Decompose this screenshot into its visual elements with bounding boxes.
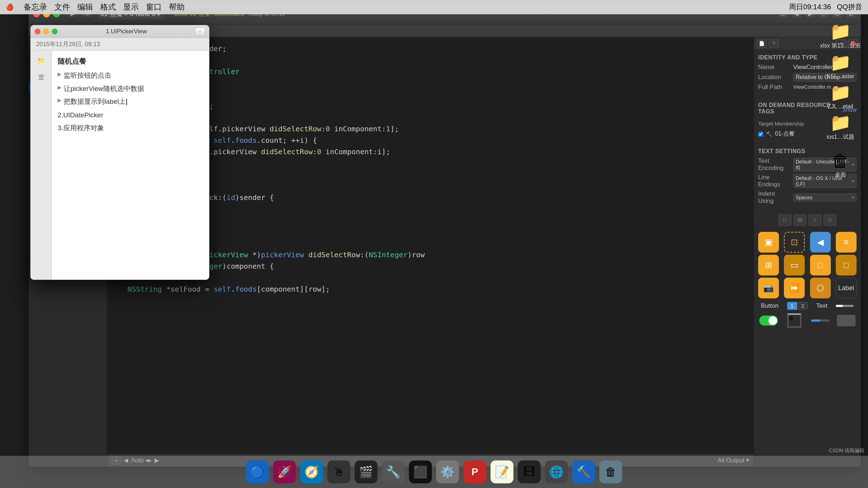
dock-trash[interactable]: 🗑	[598, 459, 623, 484]
inspector-file-btn[interactable]: 📄	[757, 39, 767, 48]
dock-xcode[interactable]: 🔨	[571, 459, 596, 484]
dock-launchpad[interactable]: 🚀	[272, 459, 297, 484]
toggle-thumb	[769, 316, 777, 325]
comp-spinner[interactable]: ⊛	[782, 313, 806, 328]
popup-sidebar-list-btn[interactable]: ☰	[34, 70, 48, 84]
popup-chapter-2[interactable]: 2.UIDatePicker	[58, 111, 204, 119]
comp-row-4: Button 1 2 Text	[757, 301, 858, 311]
popup-subtitle-bar: 2015年11月29日, 09:13	[30, 38, 209, 51]
popup-content: 📁 ☰ 随机点餐 ▶ 监听按钮的点击 ▶ 让pickerView随机选中数据 ▶…	[30, 51, 209, 280]
popup-sidebar-folder-btn[interactable]: 📁	[34, 54, 48, 68]
dock-mouse-icon: 🖱	[327, 460, 350, 483]
popup-item-1: ▶ 监听按钮的点击	[58, 70, 204, 81]
comp-item-2[interactable]: ⊡	[782, 232, 806, 253]
dock-terminal[interactable]: ⬛	[408, 459, 433, 484]
slider-control[interactable]	[836, 305, 854, 307]
comp-toggle[interactable]	[757, 313, 780, 328]
folder-label-xlsx: xlsx 第13…业班	[820, 42, 861, 50]
dock-p[interactable]: P	[462, 459, 487, 484]
dock-tools[interactable]: 🔧	[381, 459, 406, 484]
segment-control[interactable]: 1 2	[787, 302, 808, 310]
menu-item-notes[interactable]: 备忘录	[24, 2, 47, 13]
dock-finder[interactable]: 🔵	[245, 459, 270, 484]
comp-item-4[interactable]: ≡	[834, 232, 858, 253]
dock-browser[interactable]: 🌐	[544, 459, 569, 484]
folder-icon-xlsx: 📁	[830, 21, 851, 42]
slider-track	[836, 305, 854, 307]
library-mode-buttons: □ ⊡ ○ □	[757, 214, 858, 226]
item1-text: 监听按钮的点击	[64, 70, 111, 81]
comp-dark[interactable]	[834, 313, 858, 328]
comp-item-8[interactable]: □	[834, 255, 858, 275]
comp-item-6[interactable]: ▭	[782, 255, 806, 275]
popup-min-btn[interactable]	[43, 29, 49, 34]
indent-label: Indent Using	[758, 190, 790, 205]
indent-arrow: ▾	[852, 195, 854, 200]
comp-icon-3: ◀	[810, 232, 831, 253]
segment-1[interactable]: 1	[787, 302, 797, 310]
menu-item-format[interactable]: 格式	[100, 2, 116, 13]
menu-item-file[interactable]: 文件	[54, 2, 70, 13]
text-cursor	[126, 99, 127, 105]
menu-item-view[interactable]: 显示	[123, 2, 139, 13]
popup-max-btn[interactable]	[52, 29, 58, 34]
comp-item-5[interactable]: ⊞	[757, 255, 780, 275]
lib-square-btn[interactable]: □	[824, 214, 837, 226]
comp-icon-play: ⏩	[784, 278, 805, 298]
item1-arrow: ▶	[58, 71, 62, 77]
encoding-label: Text Encoding	[758, 157, 790, 172]
lib-circle-btn[interactable]: ○	[809, 214, 821, 226]
mac-dock: 🔵 🚀 🧭 🖱 🎬 🔧 ⬛ ⚙️ P 📝 🎞 🌐 🔨 🗑	[0, 456, 868, 488]
component-grid-area: ▣ ⊡ ◀ ≡ ⊞	[754, 229, 861, 467]
popup-chapter-3[interactable]: 3.应用程序对象	[58, 123, 204, 133]
dock-launchpad-icon: 🚀	[273, 460, 296, 483]
folder-ksi[interactable]: 📁 KSI…aster	[820, 53, 861, 80]
menu-item-help[interactable]: 帮助	[169, 2, 185, 13]
name-label: Name	[758, 64, 790, 71]
dock-safari[interactable]: 🧭	[299, 459, 324, 484]
dock-mouse[interactable]: 🖱	[326, 459, 351, 484]
segment-2[interactable]: 2	[798, 302, 808, 310]
folder-zjl[interactable]: 📁 ZJL…etail	[820, 83, 861, 110]
comp-item-7[interactable]: □	[809, 255, 832, 275]
comp-item-cube[interactable]: ⬡	[809, 278, 832, 298]
dock-media2[interactable]: 🎞	[517, 459, 542, 484]
popup-main-content[interactable]: 随机点餐 ▶ 监听按钮的点击 ▶ 让pickerView随机选中数据 ▶ 把数据…	[52, 51, 209, 280]
indent-dropdown[interactable]: Spaces ▾	[793, 194, 857, 201]
desktop-trash[interactable]: 🗑 桌面	[820, 151, 861, 179]
comp-item-3[interactable]: ◀	[809, 232, 832, 253]
folder-icon-ksi: 📁	[830, 53, 851, 73]
comp-item-play[interactable]: ⏩	[782, 278, 806, 298]
dock-p-icon: P	[463, 460, 486, 483]
comp-progress[interactable]	[809, 313, 832, 328]
comp-item-1[interactable]: ▣	[757, 232, 780, 253]
code-text: NSString *selFood = self.foods[component…	[110, 283, 751, 295]
folder-ios1[interactable]: 📁 ios1…试题	[820, 113, 861, 141]
apple-menu[interactable]: 🍎	[6, 3, 14, 11]
dock-browser-icon: 🌐	[545, 460, 568, 483]
target-checkbox[interactable]	[758, 132, 763, 137]
dock-settings[interactable]: ⚙️	[435, 459, 460, 484]
comp-icon-2: ⊡	[784, 232, 805, 253]
folder-xlsx[interactable]: 📁 xlsx 第13…业班	[820, 21, 861, 50]
dock-notes[interactable]: 📝	[489, 459, 515, 484]
menu-item-window[interactable]: 窗口	[146, 2, 162, 13]
code-line: NSString *selFood = self.foods[component…	[107, 283, 754, 295]
comp-item-label[interactable]: Label	[834, 278, 858, 298]
text-component-label: Text	[816, 302, 827, 309]
popup-close-btn[interactable]	[35, 29, 40, 34]
lib-obj-btn[interactable]: ⊡	[794, 214, 806, 226]
lib-file-btn[interactable]: □	[779, 214, 791, 226]
dock-media[interactable]: 🎬	[353, 459, 379, 484]
popup-share-btn[interactable]: ↑	[195, 28, 205, 35]
csdn-watermark: CSDN·清风编程	[829, 448, 864, 454]
toggle-on[interactable]	[759, 316, 778, 326]
comp-item-camera[interactable]: 📷	[757, 278, 780, 298]
comp-icon-1: ▣	[758, 232, 779, 253]
menu-item-edit[interactable]: 编辑	[77, 2, 93, 13]
menu-bar-input-method[interactable]: QQ拼音	[837, 2, 862, 12]
progress-fill	[811, 319, 820, 322]
inspector-quick-btn[interactable]: ?	[769, 39, 779, 48]
trash-label: 桌面	[835, 171, 846, 179]
item3-arrow: ▶	[58, 97, 62, 103]
